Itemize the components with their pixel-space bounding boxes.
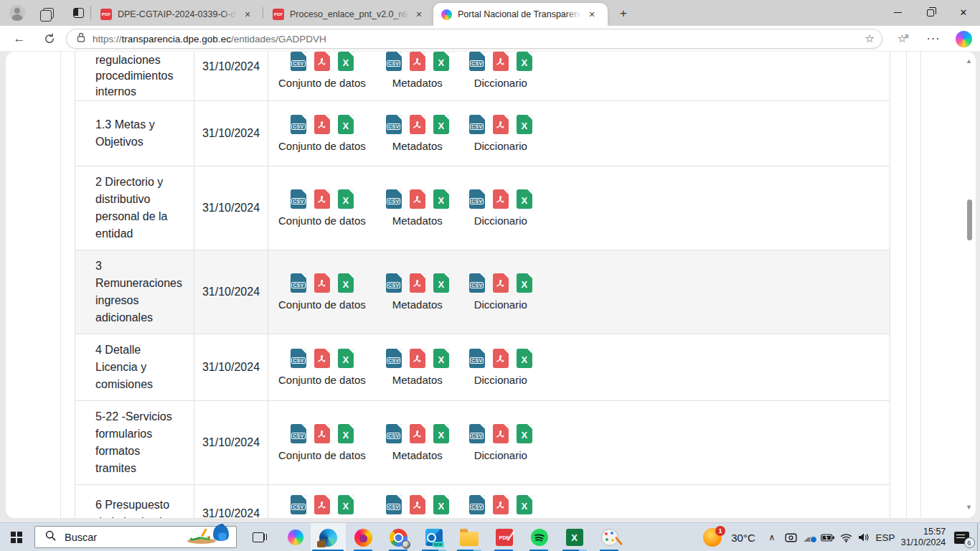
task-view-icon[interactable] [247,523,270,551]
pdf-download-icon[interactable] [314,495,330,514]
download-group-conjunto[interactable]: CSV X Conjunto de datos [278,424,366,461]
pdf-download-icon[interactable] [314,273,330,293]
weather-icon[interactable]: 1 [700,523,725,551]
pdf-download-icon[interactable] [410,52,425,71]
excel-download-icon[interactable]: X [433,189,449,209]
download-group-metadatos[interactable]: CSV X Metadatos [386,115,449,152]
download-group-metadatos[interactable]: CSV X Metadatos [386,273,449,311]
excel-download-icon[interactable]: X [517,495,532,514]
close-tab-icon[interactable]: ✕ [585,8,598,21]
close-tab-icon[interactable]: ✕ [413,8,425,21]
download-group-metadatos[interactable]: CSV X Metadatos [386,189,449,227]
csv-download-icon[interactable]: CSV [469,349,485,368]
notification-center-icon[interactable]: 6 [950,523,973,551]
pdf-download-icon[interactable] [410,189,425,209]
pdf-download-icon[interactable] [314,52,330,71]
excel-download-icon[interactable]: X [433,52,449,71]
excel-download-icon[interactable]: X [517,115,532,134]
tab-portal-active[interactable]: Portal Nacional de Transparencia ✕ [433,3,608,26]
download-group-diccionario[interactable]: CSV X Diccionario [469,115,532,152]
pdf-download-icon[interactable] [493,273,509,293]
more-menu-icon[interactable]: ··· [924,29,943,48]
taskbar-app-explorer[interactable] [451,523,486,551]
excel-download-icon[interactable]: X [433,273,449,293]
csv-download-icon[interactable]: CSV [469,273,485,293]
csv-download-icon[interactable]: CSV [291,273,306,293]
profile-avatar-icon[interactable] [9,4,26,22]
workspaces-icon[interactable] [39,4,57,22]
pdf-download-icon[interactable] [493,189,509,209]
pdf-download-icon[interactable] [410,273,425,293]
excel-download-icon[interactable]: X [338,115,354,134]
taskbar-app-edge[interactable] [311,523,346,551]
download-group-conjunto[interactable]: CSV X Conjunto de datos [278,349,366,386]
download-group-diccionario[interactable]: CSV X Diccionario [469,495,532,518]
pdf-download-icon[interactable] [493,115,509,134]
address-bar[interactable]: https://transparencia.dpe.gob.ec/entidad… [66,29,882,49]
copilot-taskbar-icon[interactable] [284,523,307,551]
pdf-download-icon[interactable] [410,424,425,443]
excel-download-icon[interactable]: X [433,349,449,368]
add-favorite-icon[interactable]: ☆ [865,32,875,45]
taskbar-app-paint[interactable] [592,523,627,551]
pdf-download-icon[interactable] [493,52,509,71]
onedrive-icon[interactable]: ☁ [801,523,818,551]
minimize-button[interactable] [881,0,914,25]
csv-download-icon[interactable]: CSV [386,273,402,293]
taskbar-search-input[interactable]: Buscar [34,526,237,548]
language-indicator[interactable]: ESP [872,523,898,551]
excel-download-icon[interactable]: X [433,495,449,514]
csv-download-icon[interactable]: CSV [291,115,306,134]
tab-actions-icon[interactable] [70,4,87,22]
excel-download-icon[interactable]: X [517,52,532,71]
taskbar-app-firefox[interactable] [346,523,381,551]
excel-download-icon[interactable]: X [338,349,354,368]
csv-download-icon[interactable]: CSV [386,189,402,209]
download-group-diccionario[interactable]: CSV X Diccionario [469,189,532,227]
download-group-conjunto[interactable]: CSV X Conjunto de datos [278,189,366,227]
excel-download-icon[interactable]: X [338,273,354,293]
pdf-download-icon[interactable] [314,424,330,443]
excel-download-icon[interactable]: X [517,349,532,368]
csv-download-icon[interactable]: CSV [291,189,306,209]
csv-download-icon[interactable]: CSV [291,349,306,368]
excel-download-icon[interactable]: X [338,424,354,443]
pdf-download-icon[interactable] [314,189,330,209]
show-desktop-button[interactable] [977,523,980,551]
scrollbar-thumb[interactable] [967,199,972,240]
excel-download-icon[interactable]: X [517,189,532,209]
csv-download-icon[interactable]: CSV [386,495,402,514]
csv-download-icon[interactable]: CSV [386,115,402,134]
download-group-metadatos[interactable]: CSV X Metadatos [386,495,449,518]
tab-pdf-1[interactable]: PDF DPE-CGTAIP-2024-0339-O-directri ✕ [93,3,261,26]
csv-download-icon[interactable]: CSV [386,424,402,443]
download-group-metadatos[interactable]: CSV X Metadatos [386,52,449,89]
back-button[interactable]: ← [10,29,29,48]
tray-expand-icon[interactable]: ∧ [763,523,781,551]
csv-download-icon[interactable]: CSV [291,52,306,71]
download-group-metadatos[interactable]: CSV X Metadatos [386,424,449,461]
excel-download-icon[interactable]: X [517,273,532,293]
pdf-download-icon[interactable] [410,115,425,134]
excel-download-icon[interactable]: X [338,52,354,71]
download-group-diccionario[interactable]: CSV X Diccionario [469,424,532,461]
close-window-button[interactable]: ✕ [947,0,980,25]
taskbar-app-chrome[interactable] [381,523,416,551]
restore-button[interactable] [914,0,947,25]
favorites-list-icon[interactable]: ☆≡ [894,29,913,48]
csv-download-icon[interactable]: CSV [291,495,306,514]
start-button[interactable] [0,523,33,551]
refresh-button[interactable] [40,29,59,48]
download-group-conjunto[interactable]: CSV X Conjunto de datos [278,273,366,311]
pdf-download-icon[interactable] [314,349,330,368]
pdf-download-icon[interactable] [410,349,425,368]
pdf-download-icon[interactable] [410,495,425,514]
tab-pdf-2[interactable]: PDF Proceso_enlace_pnt_v2.0_réplica_s ✕ [265,3,430,26]
volume-icon[interactable] [854,523,873,551]
download-group-conjunto[interactable]: CSV X Conjunto de datos [278,115,366,152]
scroll-up-icon[interactable]: ▲ [966,57,972,65]
temperature-label[interactable]: 30°C [726,523,760,551]
csv-download-icon[interactable]: CSV [291,424,306,443]
pdf-download-icon[interactable] [493,424,509,443]
lock-icon[interactable] [77,32,85,45]
